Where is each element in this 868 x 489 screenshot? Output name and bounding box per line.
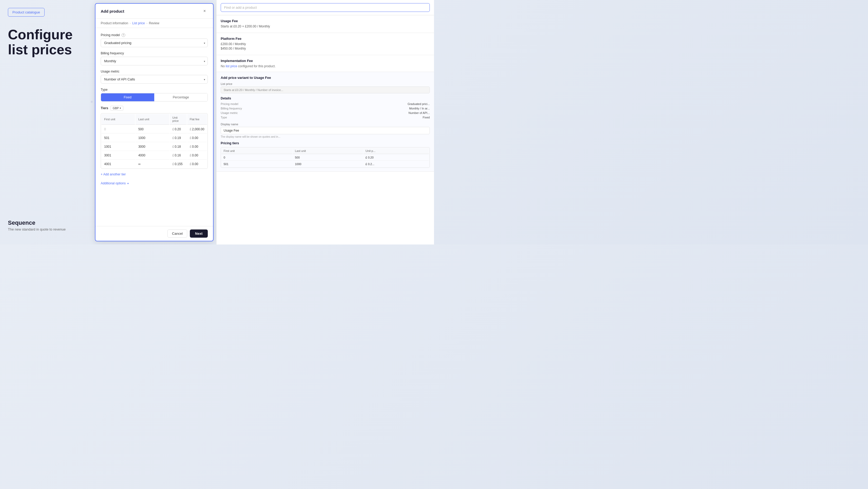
type-toggle: Fixed Percentage: [101, 93, 208, 101]
usage-fee-name: Usage Fee: [221, 19, 430, 23]
additional-options[interactable]: Additional options ▾: [101, 181, 208, 185]
mini-first: 501: [221, 161, 292, 167]
mini-tiers-table: First unit Last unit Unit p... 0500£ 0.2…: [221, 147, 430, 168]
currency-prefix-flat: £: [190, 145, 192, 149]
product-catalogue-button[interactable]: Product catalogue: [8, 8, 44, 17]
detail-value: Fixed: [423, 116, 430, 119]
tier-unit-price: £0.155: [170, 160, 187, 168]
type-group: Type Fixed Percentage: [101, 88, 208, 101]
implementation-fee-name: Implementation Fee: [221, 59, 430, 63]
pricing-model-group: Pricing model ? Graduated pricing Flat f…: [101, 33, 208, 47]
pricing-model-select[interactable]: Graduated pricing Flat fee Volume pricin…: [101, 38, 208, 47]
detail-value: Number of API...: [408, 111, 430, 115]
currency-prefix-flat: £: [190, 153, 192, 157]
tier-last-unit: 4000: [135, 151, 169, 159]
col-last-unit: Last unit: [135, 114, 169, 125]
list-price-label: List price: [221, 82, 430, 86]
tier-last-unit-input[interactable]: [138, 162, 166, 166]
col-first-unit: First unit: [101, 114, 135, 125]
add-product-modal: Add product × Product information › List…: [95, 3, 214, 241]
detail-key: Type: [221, 116, 227, 119]
usage-fee-section: Usage Fee Starts at £0.20 + £200.00 / Mo…: [216, 15, 434, 33]
details-title: Details: [221, 96, 430, 100]
additional-options-label: Additional options: [101, 181, 126, 185]
tier-unit-price: £0.18: [170, 143, 187, 151]
billing-frequency-select-wrapper: Monthly Annual Quarterly ▾: [101, 57, 208, 65]
type-fixed-button[interactable]: Fixed: [101, 93, 154, 101]
mini-first: 0: [221, 155, 292, 161]
cancel-button[interactable]: Cancel: [167, 230, 187, 238]
display-name-section: Display name The display name will be sh…: [221, 123, 430, 138]
currency-prefix-flat: £: [190, 127, 192, 131]
billing-frequency-label: Billing frequency: [101, 52, 208, 55]
platform-fee-detail-1: £200.00 / Monthly: [221, 42, 430, 46]
close-button[interactable]: ×: [202, 8, 208, 14]
table-row: 5011000£0.19£0.00: [101, 134, 207, 142]
detail-value: Graduated prici...: [408, 102, 430, 105]
add-variant-section: Add price variant to Usage Fee List pric…: [216, 72, 434, 172]
tier-unit-price: £0.19: [170, 134, 187, 142]
type-label: Type: [101, 88, 208, 92]
add-variant-title: Add price variant to Usage Fee: [221, 76, 430, 80]
platform-fee-section: Platform Fee £200.00 / Monthly $450.00 /…: [216, 33, 434, 55]
usage-metric-select[interactable]: Number of API Calls Number of seats: [101, 75, 208, 84]
pricing-model-info-icon[interactable]: ?: [122, 33, 125, 37]
tier-unit-price: £0.20: [170, 125, 187, 133]
currency-prefix-flat: £: [190, 162, 192, 166]
tier-last-unit: 500: [135, 125, 169, 133]
list-price-link[interactable]: list price: [226, 64, 237, 68]
add-tier-button[interactable]: + Add another tier: [101, 172, 126, 177]
mini-col-first: First unit: [221, 148, 292, 154]
usage-metric-select-wrapper: Number of API Calls Number of seats ▾: [101, 75, 208, 84]
tier-last-unit: 3000: [135, 143, 169, 151]
tier-first-unit: 4001: [101, 160, 135, 168]
brand-tagline: The new standard in quote to revenue: [8, 227, 87, 231]
right-content: Usage Fee Starts at £0.20 + £200.00 / Mo…: [216, 15, 434, 172]
implementation-fee-section: Implementation Fee No list price configu…: [216, 55, 434, 72]
tiers-header: Tiers GBP ▾: [101, 106, 208, 111]
modal-body: Pricing model ? Graduated pricing Flat f…: [95, 28, 213, 226]
display-name-hint: The display name will be shown on quotes…: [221, 135, 430, 138]
right-panel: Usage Fee Starts at £0.20 + £200.00 / Mo…: [216, 0, 434, 245]
mini-table-row: 0500£ 0.20: [221, 155, 429, 161]
billing-frequency-select[interactable]: Monthly Annual Quarterly: [101, 57, 208, 65]
detail-key: Billing frequency: [221, 107, 242, 110]
display-name-input[interactable]: [221, 127, 430, 134]
hero-title: Configure list prices: [8, 27, 87, 57]
breadcrumb-review[interactable]: Review: [149, 21, 159, 25]
platform-fee-name: Platform Fee: [221, 37, 430, 41]
next-button[interactable]: Next: [190, 230, 208, 238]
detail-rows: Pricing modelGraduated prici...Billing f…: [221, 102, 430, 119]
breadcrumb-sep-1: ›: [130, 22, 130, 25]
mini-last: 500: [293, 155, 363, 161]
search-bar: [216, 0, 434, 15]
tier-first-unit: 1001: [101, 143, 135, 151]
tiers-group: Tiers GBP ▾ First unit Last unit Unit pr…: [101, 106, 208, 177]
breadcrumb: Product information › List price › Revie…: [95, 19, 213, 28]
mini-table-row: 5011000£ 0.2...: [221, 161, 429, 167]
tier-first-unit-input[interactable]: [104, 127, 132, 131]
table-row: 10013000£0.18£0.00: [101, 143, 207, 151]
search-input[interactable]: [221, 3, 430, 12]
currency-badge[interactable]: GBP ▾: [110, 106, 123, 111]
tier-last-unit: [135, 160, 169, 168]
tiers-table: First unit Last unit Unit price Flat fee…: [101, 113, 208, 169]
usage-fee-detail-1: Starts at £0.20 + £200.00 / Monthly: [221, 25, 430, 28]
modal-title: Add product: [101, 9, 124, 13]
tier-flat-fee: £0.00: [187, 160, 207, 168]
col-flat-fee: Flat fee: [187, 114, 207, 125]
mini-col-unit: Unit p...: [363, 148, 429, 154]
detail-row: Usage metricNumber of API...: [221, 111, 430, 115]
tier-flat-fee: £2,000.00: [187, 125, 207, 133]
pricing-tiers-section: Pricing tiers First unit Last unit Unit …: [221, 141, 430, 168]
tier-first-unit: 3001: [101, 151, 135, 159]
type-percentage-button[interactable]: Percentage: [154, 93, 208, 101]
tier-flat-fee: £0.00: [187, 134, 207, 142]
breadcrumb-list-price[interactable]: List price: [132, 21, 145, 25]
mini-unit: £ 0.2...: [363, 161, 429, 167]
breadcrumb-product-information[interactable]: Product information: [101, 21, 128, 25]
table-row: 4001£0.155£0.00: [101, 160, 207, 168]
display-name-label: Display name: [221, 123, 430, 126]
currency-prefix-unit: £: [173, 162, 174, 166]
tier-flat-fee: £0.00: [187, 143, 207, 151]
